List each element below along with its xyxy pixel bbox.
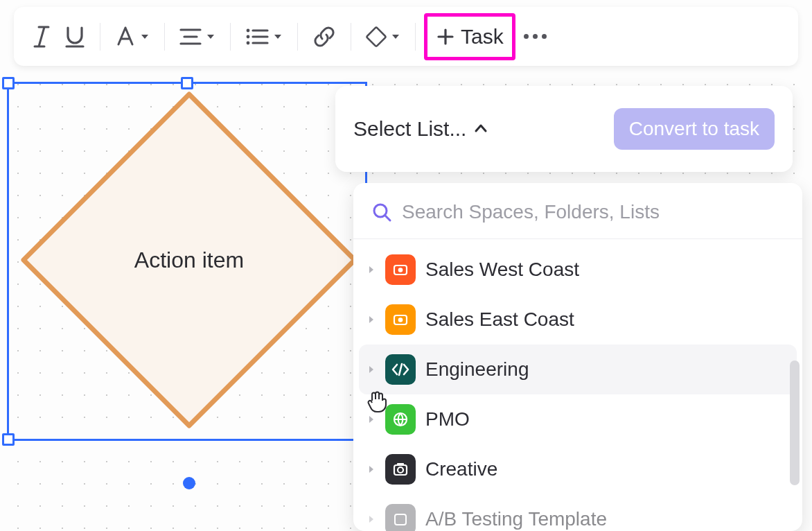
toolbar-separator [230,23,231,51]
svg-point-12 [398,467,403,473]
plus-icon [436,27,455,46]
chevron-down-icon [272,31,283,42]
svg-point-9 [398,317,403,322]
underline-button[interactable] [58,21,91,53]
resize-handle-bl[interactable] [2,433,15,446]
svg-rect-14 [395,514,406,525]
space-picker-popup: Sales West Coast Sales East Coast Engine… [353,183,802,531]
expand-icon [367,365,376,374]
chevron-down-icon [139,31,150,42]
toolbar-separator [297,23,298,51]
toolbar-separator [100,23,100,51]
svg-point-2 [247,41,250,44]
toolbar-separator [415,23,416,51]
diamond-label: Action item [134,247,244,273]
list-button[interactable] [239,22,289,51]
space-label: Sales East Coast [425,308,574,331]
convert-button-label: Convert to task [629,118,759,139]
cursor-hand-icon [366,388,389,417]
task-button-label: Task [461,25,504,49]
resize-handle-tl[interactable] [2,77,15,89]
formatting-toolbar: Task [14,7,798,66]
svg-point-7 [398,268,403,272]
select-list-label: Select List... [353,117,466,141]
space-label: PMO [425,408,470,430]
space-item-sales-east[interactable]: Sales East Coast [359,295,797,345]
diamond-shape[interactable]: Action item [18,89,360,431]
space-label: Sales West Coast [425,259,579,281]
chevron-up-icon [473,121,488,137]
chevron-down-icon [205,31,216,42]
connection-dot[interactable] [183,477,195,489]
space-icon [385,504,416,531]
space-icon [385,254,416,285]
text-color-button[interactable] [109,21,156,53]
svg-point-0 [247,28,250,32]
svg-rect-3 [367,27,386,46]
space-item-ab-testing[interactable]: A/B Testing Template [359,494,797,531]
toolbar-separator [164,23,165,51]
svg-point-1 [247,35,250,38]
space-item-sales-west[interactable]: Sales West Coast [359,245,797,295]
space-icon [385,404,416,435]
space-icon [385,354,416,385]
expand-icon [367,515,376,523]
space-icon [385,454,416,485]
space-item-engineering[interactable]: Engineering [359,345,797,394]
toolbar-separator [351,23,351,51]
shape-button[interactable] [360,21,407,52]
svg-rect-13 [397,463,404,466]
search-row [353,183,802,239]
link-button[interactable] [306,20,342,53]
convert-to-task-button[interactable]: Convert to task [614,108,775,150]
select-list-popup: Select List... Convert to task [335,86,793,172]
chevron-down-icon [390,31,401,42]
italic-button[interactable] [26,21,57,53]
space-label: Creative [425,458,497,480]
expand-icon [367,465,376,473]
space-label: A/B Testing Template [425,508,607,530]
space-item-creative[interactable]: Creative [359,444,797,494]
more-button[interactable] [524,34,547,39]
select-list-dropdown[interactable]: Select List... [353,117,488,141]
scrollbar-thumb[interactable] [790,360,800,485]
add-task-button[interactable]: Task [424,13,515,60]
search-input[interactable] [402,201,784,223]
expand-icon [367,315,376,324]
resize-handle-tm[interactable] [181,77,193,89]
expand-icon [367,266,376,274]
align-button[interactable] [173,22,222,51]
space-label: Engineering [425,358,529,381]
space-item-pmo[interactable]: PMO [359,394,797,444]
space-icon [385,304,416,335]
search-icon [371,202,392,223]
space-list: Sales West Coast Sales East Coast Engine… [353,239,802,531]
